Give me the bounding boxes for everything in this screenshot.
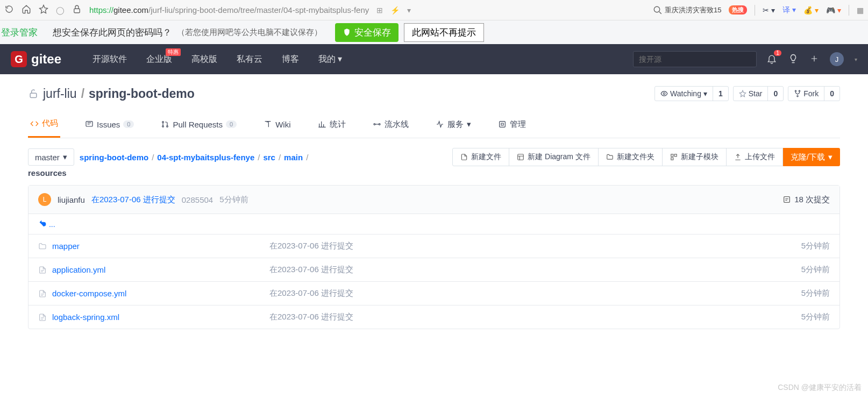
file-commit-msg[interactable]: 在2023-07-06 进行提交 [269, 265, 801, 275]
lock-icon [72, 4, 82, 16]
current-folder: resources [0, 166, 868, 185]
svg-rect-14 [518, 154, 524, 160]
svg-point-11 [374, 124, 375, 125]
tab-stats[interactable]: 统计 [316, 113, 348, 138]
commit-avatar: L [38, 193, 51, 206]
file-name[interactable]: mapper [52, 241, 80, 251]
file-commit-msg[interactable]: 在2023-07-06 进行提交 [269, 288, 801, 298]
svg-rect-7 [86, 122, 93, 126]
svg-rect-15 [671, 154, 673, 157]
file-row[interactable]: docker-compose.yml在2023-07-06 进行提交5分钟前 [29, 281, 839, 305]
repo-tabs: 代码 Issues0 Pull Requests0 Wiki 统计 流水线 服务… [28, 113, 840, 138]
svg-rect-17 [671, 158, 673, 160]
parent-dir-row[interactable]: ... [29, 214, 839, 234]
safe-save-button[interactable]: 安全保存 [335, 23, 399, 42]
file-commit-msg[interactable]: 在2023-07-06 进行提交 [269, 241, 801, 251]
bulb-icon[interactable] [788, 53, 799, 66]
qr-icon[interactable]: ⊞ [376, 6, 383, 15]
dropdown-icon[interactable]: ▾ [407, 6, 411, 15]
svg-point-6 [797, 96, 798, 97]
clone-download-button[interactable]: 克隆/下载 ▾ [783, 148, 840, 166]
watch-button[interactable]: Watching ▾ 1 [654, 86, 729, 101]
svg-point-10 [167, 126, 168, 127]
commit-hash[interactable]: 0285504 [182, 195, 213, 204]
tab-manage[interactable]: 管理 [496, 113, 528, 138]
branch-selector[interactable]: master ▾ [28, 148, 74, 166]
breadcrumb-link[interactable]: src [263, 153, 275, 162]
file-time: 5分钟前 [801, 288, 830, 298]
repo-title: jurf-liu / spring-boot-demo [28, 87, 195, 101]
repo-owner[interactable]: jurf-liu [43, 87, 77, 101]
nav-enterprise[interactable]: 企业版特惠 [137, 54, 182, 65]
tab-pr[interactable]: Pull Requests0 [159, 113, 239, 138]
notifications-icon[interactable]: 1 [766, 53, 777, 66]
new-diagram-button[interactable]: 新建 Diagram 文件 [509, 148, 599, 166]
new-file-button[interactable]: 新建文件 [452, 148, 509, 166]
svg-point-9 [162, 126, 164, 127]
nav-blog[interactable]: 博客 [272, 54, 309, 65]
svg-rect-13 [499, 122, 505, 127]
save-question: 想安全保存此网页的密码吗？ [53, 26, 172, 39]
commit-count[interactable]: 18 次提交 [782, 195, 830, 205]
svg-point-12 [379, 124, 380, 125]
file-toolbar: master ▾ spring-boot-demo/ 04-spt-mybait… [0, 138, 868, 166]
breadcrumb: spring-boot-demo/ 04-spt-mybaitsplus-fen… [80, 153, 308, 162]
reload-icon[interactable] [4, 4, 14, 16]
apps-icon[interactable]: ▦ [857, 6, 864, 15]
breadcrumb-link[interactable]: 04-spt-mybaitsplus-fenye [157, 153, 254, 162]
nav-opensource[interactable]: 开源软件 [83, 54, 137, 65]
file-name[interactable]: logback-spring.xml [52, 312, 119, 322]
tab-issues[interactable]: Issues0 [83, 113, 136, 138]
svg-point-5 [799, 90, 800, 91]
nav-education[interactable]: 高校版 [182, 54, 227, 65]
hot-search-badge[interactable]: 热搜 [729, 5, 747, 15]
file-commit-msg[interactable]: 在2023-07-06 进行提交 [269, 312, 801, 322]
search-input[interactable] [633, 51, 757, 67]
svg-rect-16 [674, 154, 677, 157]
gitee-logo[interactable]: Ggitee [11, 51, 61, 67]
file-name[interactable]: docker-compose.yml [52, 289, 126, 298]
browser-search[interactable]: 重庆洪涝灾害致15 [653, 5, 721, 15]
tab-code[interactable]: 代码 [28, 113, 60, 138]
new-submodule-button[interactable]: 新建子模块 [662, 148, 727, 166]
commit-message[interactable]: 在2023-07-06 进行提交 [91, 195, 175, 205]
tab-pipeline[interactable]: 流水线 [371, 113, 411, 138]
nav-mine[interactable]: 我的 ▾ [309, 54, 352, 65]
svg-point-3 [663, 93, 665, 95]
svg-point-8 [162, 122, 164, 123]
nav-private-cloud[interactable]: 私有云 [227, 54, 272, 65]
upload-file-button[interactable]: 上传文件 [726, 148, 783, 166]
tab-wiki[interactable]: Wiki [261, 113, 293, 138]
breadcrumb-link[interactable]: main [284, 153, 303, 162]
tab-services[interactable]: 服务 ▾ [433, 113, 473, 138]
file-time: 5分钟前 [801, 265, 830, 275]
star-icon[interactable] [39, 4, 48, 16]
never-show-button[interactable]: 此网站不再提示 [404, 23, 484, 42]
scissors-icon[interactable]: ✂ ▾ [763, 6, 775, 15]
flash-icon[interactable]: ⚡ [390, 6, 400, 15]
lock-open-icon [28, 88, 39, 99]
file-row[interactable]: application.yml在2023-07-06 进行提交5分钟前 [29, 258, 839, 281]
svg-point-1 [654, 6, 660, 12]
home-icon[interactable] [22, 4, 31, 16]
file-name[interactable]: application.yml [52, 265, 105, 274]
breadcrumb-link[interactable]: spring-boot-demo [80, 153, 148, 162]
game-icon[interactable]: 🎮 ▾ [826, 6, 841, 15]
avatar-dropdown-icon[interactable]: ▾ [855, 56, 857, 62]
commit-author[interactable]: liujianfu [58, 195, 85, 204]
translate-icon[interactable]: 译 ▾ [782, 5, 796, 15]
svg-rect-0 [74, 9, 80, 13]
url-bar[interactable]: https://gitee.com/jurf-liu/spring-boot-d… [89, 5, 369, 15]
wallet-icon[interactable]: 💰 ▾ [803, 6, 819, 15]
file-row[interactable]: mapper在2023-07-06 进行提交5分钟前 [29, 234, 839, 258]
file-row[interactable]: logback-spring.xml在2023-07-06 进行提交5分钟前 [29, 305, 839, 329]
avatar[interactable]: J [830, 52, 844, 66]
star-button[interactable]: Star 0 [733, 86, 784, 101]
svg-point-4 [795, 90, 796, 91]
new-folder-button[interactable]: 新建文件夹 [598, 148, 663, 166]
site-info-icon[interactable]: ◯ [56, 6, 65, 15]
fork-button[interactable]: Fork 0 [788, 86, 840, 101]
login-manager-label: 登录管家 [0, 26, 38, 39]
plus-icon[interactable] [809, 54, 819, 65]
repo-name[interactable]: spring-boot-demo [89, 87, 195, 101]
